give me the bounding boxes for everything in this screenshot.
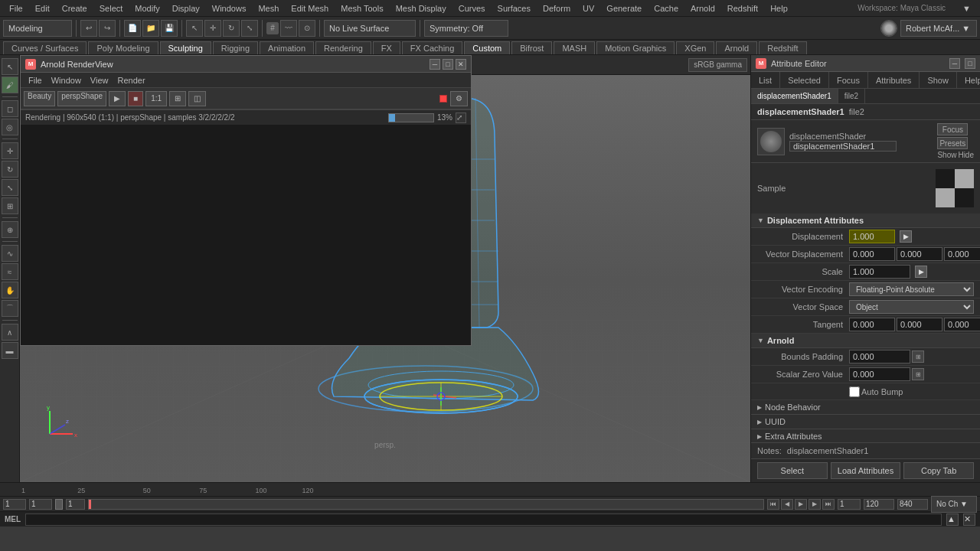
bounds-padding-input[interactable]	[849, 350, 910, 364]
new-scene-btn[interactable]: 📄	[124, 20, 141, 37]
scale-expand-btn[interactable]: ▶	[915, 266, 927, 278]
playback-next-frame[interactable]: ▶	[808, 499, 821, 510]
node-behavior-section[interactable]: ▶ Node Behavior	[751, 400, 980, 415]
ae-maximize-btn[interactable]: □	[965, 58, 975, 69]
move-btn[interactable]: ✛	[2, 142, 18, 159]
open-btn[interactable]: 📁	[142, 20, 159, 37]
attr-tab-help[interactable]: Help	[957, 72, 980, 88]
menu-display[interactable]: Display	[166, 4, 206, 13]
vector-x-input[interactable]	[849, 247, 895, 261]
shelf-tab-rendering[interactable]: Rendering	[315, 41, 371, 54]
arnold-zoom-1-1[interactable]: 1:1	[145, 91, 167, 106]
shelf-tab-xgen[interactable]: XGen	[676, 41, 714, 54]
copy-tab-button[interactable]: Copy Tab	[903, 462, 974, 479]
playback-play[interactable]: ▶	[795, 499, 807, 510]
snap-point[interactable]: ⊙	[299, 20, 315, 37]
timeline-playhead[interactable]	[89, 500, 91, 509]
sculpt-btn[interactable]: ∿	[2, 245, 18, 262]
menu-edit[interactable]: Edit	[29, 4, 56, 13]
arnold-maximize-btn[interactable]: □	[443, 59, 453, 70]
shelf-tab-custom[interactable]: Custom	[464, 41, 510, 54]
menu-deform[interactable]: Deform	[537, 4, 577, 13]
grab-btn[interactable]: ✋	[2, 282, 18, 298]
attr-node-tab-displacement[interactable]: displacementShader1	[751, 89, 838, 103]
select-mode-btn[interactable]: ↖	[2, 58, 18, 75]
render-settings-btn[interactable]	[880, 20, 897, 37]
menu-curves[interactable]: Curves	[452, 4, 492, 13]
mel-input[interactable]	[25, 514, 942, 526]
displacement-input[interactable]	[849, 230, 895, 243]
relax-btn[interactable]: ≈	[2, 263, 18, 280]
shelf-tab-curves[interactable]: Curves / Surfaces	[3, 41, 87, 54]
attr-tab-selected[interactable]: Selected	[780, 72, 829, 88]
arnold-fit-btn[interactable]: ⊞	[169, 91, 186, 106]
menu-select[interactable]: Select	[93, 4, 129, 13]
shelf-tab-rigging[interactable]: Rigging	[213, 41, 258, 54]
arnold-region-btn[interactable]: ◫	[188, 91, 206, 106]
lasso-btn[interactable]: ◻	[2, 100, 18, 117]
displacement-section-header[interactable]: ▼ Displacement Attributes	[751, 214, 980, 228]
arnold-minimize-btn[interactable]: ─	[430, 59, 440, 70]
displacement-expand-btn[interactable]: ▶	[900, 230, 912, 243]
shelf-tab-fx[interactable]: FX	[373, 41, 400, 54]
attr-tab-list[interactable]: List	[751, 72, 780, 88]
paint-select-btn[interactable]: 🖌	[2, 77, 18, 93]
select-button[interactable]: Select	[757, 462, 828, 479]
save-btn[interactable]: 💾	[161, 20, 178, 37]
menu-mesh-tools[interactable]: Mesh Tools	[335, 4, 389, 13]
char-frame-input[interactable]	[66, 499, 85, 510]
menu-surfaces[interactable]: Surfaces	[492, 4, 537, 13]
crease-btn[interactable]: ∧	[2, 324, 18, 341]
menu-modify[interactable]: Modify	[129, 4, 165, 13]
undo-btn[interactable]: ↩	[80, 20, 97, 37]
vector-y-input[interactable]	[897, 247, 942, 261]
mel-clear-btn[interactable]: ✕	[963, 514, 975, 526]
colorspace-panel[interactable]: sRGB gamma	[688, 58, 747, 72]
attr-tab-focus[interactable]: Focus	[829, 72, 868, 88]
focus-button[interactable]: Focus	[937, 123, 968, 135]
tangent-y-input[interactable]	[897, 318, 942, 331]
shelf-tab-animation[interactable]: Animation	[260, 41, 314, 54]
arnold-section-header[interactable]: ▼ Arnold	[751, 334, 980, 348]
attr-node-tab-file2[interactable]: file2	[838, 89, 865, 103]
rotate-tool[interactable]: ↻	[223, 20, 240, 37]
shelf-tab-redshift[interactable]: Redshift	[759, 41, 806, 54]
shelf-tab-arnold[interactable]: Arnold	[716, 41, 757, 54]
menu-edit-mesh[interactable]: Edit Mesh	[285, 4, 335, 13]
arnold-settings-btn[interactable]: ⚙	[450, 91, 468, 106]
playback-prev-frame[interactable]: ◀	[781, 499, 793, 510]
playback-skip-end[interactable]: ⏭	[822, 499, 835, 510]
show-manip-btn[interactable]: ⊕	[2, 221, 18, 238]
tangent-x-input[interactable]	[849, 318, 895, 331]
menu-cache[interactable]: Cache	[648, 4, 684, 13]
arnold-menu-render[interactable]: Render	[113, 76, 150, 85]
arnold-menu-view[interactable]: View	[86, 76, 113, 85]
frame-current-input[interactable]	[29, 499, 52, 510]
menu-uv[interactable]: UV	[577, 4, 600, 13]
auto-bump-checkbox[interactable]	[849, 386, 860, 397]
frame-start-input[interactable]	[3, 499, 26, 510]
menu-mesh[interactable]: Mesh	[252, 4, 285, 13]
menu-windows[interactable]: Windows	[206, 4, 253, 13]
arnold-render-btn[interactable]: ▶	[109, 91, 126, 106]
universal-btn[interactable]: ⊞	[2, 197, 18, 214]
arnold-stop-btn[interactable]: ■	[128, 91, 143, 106]
rotate-btn[interactable]: ↻	[2, 161, 18, 178]
mode-selector[interactable]: Modeling	[3, 20, 72, 37]
uuid-section[interactable]: ▶ UUID	[751, 415, 980, 429]
live-surface-selector[interactable]: No Live Surface	[324, 20, 416, 37]
shelf-tab-poly[interactable]: Poly Modeling	[88, 41, 158, 54]
shelf-tab-fxcaching[interactable]: FX Caching	[402, 41, 462, 54]
timeline-bar[interactable]	[88, 499, 764, 510]
tangent-z-input[interactable]	[944, 318, 980, 331]
bounds-padding-corner-btn[interactable]: ⊞	[912, 350, 924, 363]
vector-space-select[interactable]: Object	[849, 300, 974, 314]
arnold-menu-window[interactable]: Window	[47, 76, 86, 85]
attr-tab-attributes[interactable]: Attributes	[868, 72, 920, 88]
shelf-tab-motiongraphics[interactable]: Motion Graphics	[596, 41, 675, 54]
symmetry-selector[interactable]: Symmetry: Off	[424, 20, 508, 37]
presets-button[interactable]: Presets	[937, 137, 968, 149]
vector-z-input[interactable]	[944, 247, 980, 261]
snap-curve[interactable]: 〰	[280, 20, 297, 37]
load-attributes-button[interactable]: Load Attributes	[831, 462, 901, 479]
